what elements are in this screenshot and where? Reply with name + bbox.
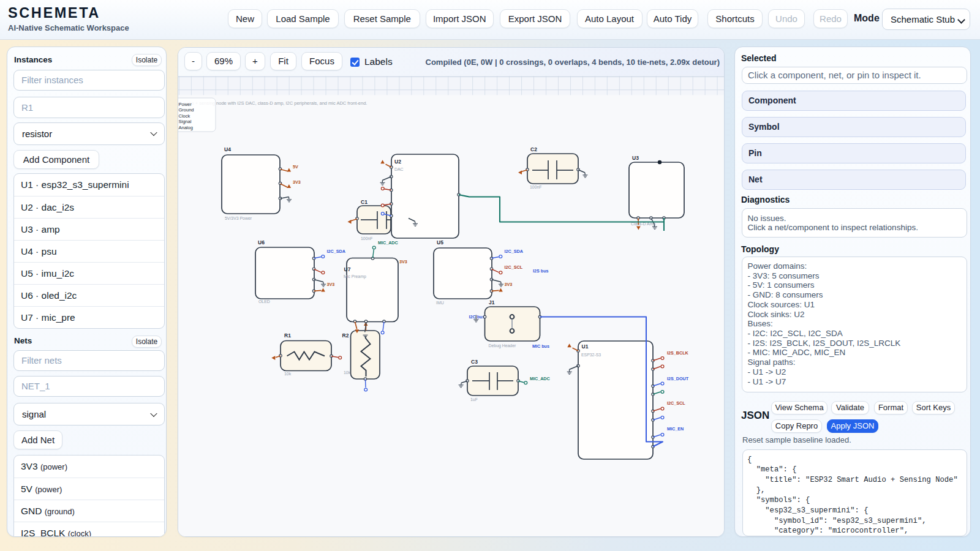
svg-text:Analog: Analog [179,125,193,130]
svg-text:IMU: IMU [436,301,444,305]
svg-text:R2: R2 [342,332,349,339]
svg-text:3V3: 3V3 [399,259,407,264]
svg-text:R1: R1 [284,332,291,339]
svg-text:U3: U3 [632,155,639,161]
svg-text:OLED: OLED [258,299,270,304]
svg-text:U7: U7 [344,266,351,272]
svg-text:C3: C3 [471,359,478,365]
svg-text:U2: U2 [394,159,401,165]
svg-text:U4: U4 [224,146,231,152]
svg-text:C2: C2 [530,146,537,152]
svg-text:MIC_ADC: MIC_ADC [378,240,398,246]
svg-text:3V3: 3V3 [293,179,301,185]
svg-text:MIC_EN: MIC_EN [667,426,684,432]
svg-text:Debug Header: Debug Header [489,343,517,348]
svg-text:C1: C1 [361,199,368,205]
svg-text:I2S_BCLK: I2S_BCLK [667,350,689,356]
svg-text:U5: U5 [437,239,443,246]
svg-text:5V/3V3 Power: 5V/3V3 Power [225,216,252,220]
svg-text:Mic Preamp: Mic Preamp [344,274,366,279]
svg-text:Ground: Ground [179,107,194,113]
svg-text:100nF: 100nF [530,185,542,189]
svg-text:3V3: 3V3 [505,282,513,287]
svg-text:10k: 10k [344,370,351,375]
svg-text:U1: U1 [582,343,589,350]
svg-text:100nF: 100nF [361,236,373,241]
svg-text:I2C_SCL: I2C_SCL [505,264,523,270]
svg-text:MIC bus: MIC bus [532,343,549,349]
svg-text:U6: U6 [258,239,265,246]
svg-text:1uF: 1uF [470,397,478,402]
svg-text:I2C_SDA: I2C_SDA [327,249,345,254]
svg-text:Power: Power [179,102,192,107]
svg-text:ESP32-S3: ESP32-S3 [581,353,601,357]
svg-text:I2C_SCL: I2C_SCL [667,400,685,406]
svg-text:Clock: Clock [179,113,190,119]
svg-text:DAC: DAC [394,167,404,171]
svg-text:Signal: Signal [179,119,192,124]
svg-text:I2S bus: I2S bus [533,268,549,274]
svg-text:I2S_DOUT: I2S_DOUT [667,376,689,381]
svg-text:J1: J1 [489,299,495,305]
svg-text:I2C bus: I2C bus [469,314,485,320]
svg-text:10k: 10k [284,372,292,376]
svg-text:5V: 5V [293,164,298,170]
svg-text:MIC_ADC: MIC_ADC [530,376,550,381]
svg-text:I2C_SDA: I2C_SDA [505,249,523,254]
svg-text:3V3: 3V3 [327,282,335,287]
